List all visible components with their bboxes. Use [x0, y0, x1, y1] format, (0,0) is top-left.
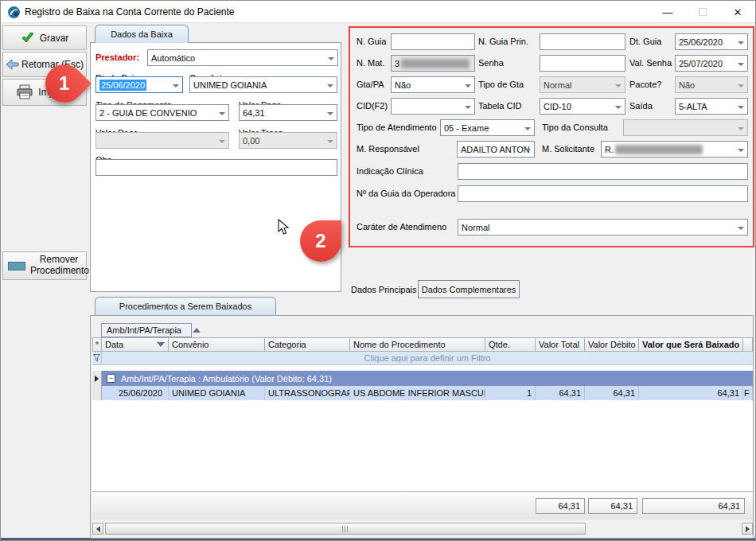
gravar-button[interactable]: Gravar [2, 25, 87, 50]
tipo-pagamento-combo[interactable]: 2 - GUIA DE CONVENIO [95, 104, 229, 121]
close-button[interactable]: ✕ [720, 1, 755, 23]
tabela-cid-combo[interactable]: CID-10 [540, 98, 625, 115]
column-header-convenio[interactable]: Convênio [169, 337, 265, 352]
tabela-cid-label: Tabela CID [478, 101, 521, 111]
remover-procedimento-button[interactable]: Remover Procedimento [2, 251, 87, 280]
cid-combo[interactable] [391, 98, 475, 115]
dropdown-arrow-icon [327, 112, 333, 115]
grid-filter-row[interactable]: Clique aqui para definir um Filtro [92, 352, 753, 365]
guia-operadora-input[interactable] [458, 185, 748, 202]
tipo-consulta-combo [623, 119, 748, 136]
tab-dados-complementares[interactable]: Dados Complementares [418, 280, 520, 298]
redacted-value [401, 59, 470, 68]
column-header-data[interactable]: Data [102, 337, 169, 352]
tipo-gta-label: Tipo de Gta [478, 80, 524, 89]
callout-badge-2: 2 [300, 220, 341, 262]
obs-input[interactable] [95, 159, 337, 176]
column-header-qtde[interactable]: Qtde. [485, 337, 536, 352]
prestador-value: Automático [151, 53, 195, 63]
horizontal-scrollbar[interactable] [92, 523, 753, 535]
tipo-gta-value: Normal [544, 80, 571, 90]
tab-dados-da-baixa-label: Dados da Baixa [111, 29, 173, 39]
indicacao-clinica-input[interactable] [458, 163, 748, 180]
column-header-categoria[interactable]: Categoria [265, 337, 350, 352]
collapse-icon[interactable]: − [107, 374, 115, 383]
m-solicitante-combo[interactable]: R. [601, 141, 748, 158]
m-responsavel-combo[interactable]: ADAILTO ANTON [457, 141, 535, 158]
row-indicator-cell [92, 386, 102, 400]
tab-dados-principais[interactable]: Dados Principais [351, 285, 417, 294]
scroll-left-button[interactable] [92, 523, 103, 535]
scroll-right-button[interactable] [742, 523, 753, 535]
pacote-value: Não [679, 80, 695, 90]
column-header-valor-debito[interactable]: Valor Débito [585, 337, 639, 352]
valor-pago-combo[interactable]: 64,31 [239, 104, 337, 121]
convenio-value: UNIMED GOIANIA [193, 80, 267, 90]
column-header-nome[interactable]: Nome do Procedimento [350, 337, 485, 352]
pacote-label: Pacote? [629, 80, 661, 89]
carater-atendimento-label: Caráter de Atendimeno [357, 222, 446, 232]
dropdown-arrow-icon [465, 106, 471, 109]
dt-baixa-combo[interactable]: 25/06/2020 [95, 76, 183, 93]
n-mat-label: N. Mat. [357, 58, 384, 68]
cell-nome: US ABDOME INFERIOR MASCULINO [350, 386, 485, 400]
remover-label: Remover Procedimento [30, 255, 88, 277]
cell-categoria: ULTRASSONOGRAFI [265, 386, 350, 400]
valor-pago-value: 64,31 [243, 108, 265, 118]
val-senha-combo[interactable]: 25/07/2020 [675, 55, 748, 72]
m-solicitante-value: R. [605, 145, 614, 154]
column-header-valor-baixado-label: Valor que Será Baixado [642, 340, 739, 349]
cid-label: CID(F2) [357, 101, 388, 111]
column-header-valor-baixado[interactable]: Valor que Será Baixado [639, 337, 743, 352]
prestador-label: Prestador: [95, 53, 139, 62]
column-header-categoria-label: Categoria [268, 340, 306, 349]
grid-group-row[interactable]: − Amb/Int/PA/Terapia : Ambulatório (Valo… [92, 371, 753, 386]
dropdown-arrow-icon [738, 127, 744, 130]
tab-procedimentos[interactable]: Procedimentos a Serem Baixados [95, 297, 276, 315]
tabela-cid-value: CID-10 [544, 102, 571, 111]
n-mat-value: 3 [395, 59, 399, 68]
column-header-valor-total-label: Valor Total [539, 340, 579, 349]
procedimentos-panel: Amb/Int/PA/Terapia * Data Convênio Categ… [90, 315, 754, 539]
dropdown-arrow-icon [738, 149, 744, 152]
column-header-nome-label: Nome do Procedimento [353, 340, 446, 349]
total-valor-total: 64,31 [536, 498, 585, 514]
group-by-label: Amb/Int/PA/Terapia [107, 325, 181, 335]
dropdown-arrow-icon [738, 106, 744, 109]
cell-data: 25/06/2020 [102, 386, 169, 400]
tab-dados-da-baixa[interactable]: Dados da Baixa [95, 25, 189, 43]
dropdown-arrow-icon [327, 140, 333, 143]
cell-extra: F [743, 386, 753, 400]
sort-asc-icon [193, 328, 201, 333]
indicacao-clinica-label: Indicação Clínica [357, 166, 423, 176]
val-senha-label: Val. Senha [629, 58, 672, 68]
grid-data-area: − Amb/Int/PA/Terapia : Ambulatório (Valo… [92, 365, 753, 491]
minimize-button[interactable]: — [650, 1, 685, 23]
carater-atendimento-combo[interactable]: Normal [458, 219, 748, 235]
scrollbar-thumb[interactable] [105, 523, 586, 535]
dt-guia-combo[interactable]: 25/06/2020 [675, 33, 748, 50]
dialog-window: Registro de Baixa na Conta Corrente do P… [0, 0, 756, 541]
n-guia-input[interactable] [391, 33, 475, 50]
dropdown-arrow-icon [738, 227, 744, 230]
group-by-box[interactable]: Amb/Int/PA/Terapia [101, 323, 192, 337]
column-header-extra[interactable] [743, 337, 753, 352]
dt-guia-label: Dt. Guia [629, 37, 661, 46]
senha-input[interactable] [540, 55, 625, 72]
saida-combo[interactable]: 5-ALTA [675, 98, 748, 115]
n-guia-prin-input[interactable] [540, 33, 625, 50]
prestador-combo[interactable]: Automático [147, 49, 338, 66]
gta-pa-value: Não [395, 80, 411, 90]
saida-label: Saída [629, 101, 653, 111]
tipo-atendimento-combo[interactable]: 05 - Exame [440, 119, 535, 136]
n-mat-input[interactable]: 3 [391, 55, 475, 72]
redacted-value [615, 145, 703, 154]
guia-panel: N. Guia N. Guia Prin. Dt. Guia 25/06/202… [349, 26, 754, 247]
column-header-valor-total[interactable]: Valor Total [536, 337, 585, 352]
gta-pa-combo[interactable]: Não [391, 76, 475, 93]
grid-data-row[interactable]: 25/06/2020 UNIMED GOIANIA ULTRASSONOGRAF… [92, 386, 753, 400]
convenio-combo[interactable]: UNIMED GOIANIA [189, 76, 337, 93]
cell-valor-debito: 64,31 [585, 386, 639, 400]
cell-valor-total: 64,31 [536, 386, 585, 400]
tab-dados-complementares-label: Dados Complementares [422, 285, 516, 294]
